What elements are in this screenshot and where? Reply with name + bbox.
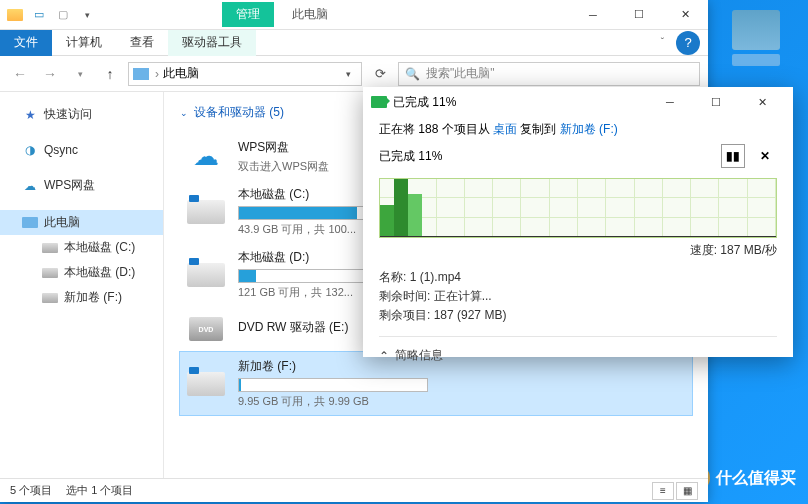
nav-history-dropdown[interactable]: ▾ [68,62,92,86]
drive-icon [42,266,58,280]
qat-properties-icon[interactable]: ▭ [28,4,50,26]
ribbon-tab-computer[interactable]: 计算机 [52,30,116,56]
refresh-button[interactable]: ⟳ [368,62,392,86]
copy-dialog: 已完成 11% ─ ☐ ✕ 正在将 188 个项目从 桌面 复制到 新加卷 (F… [363,87,793,357]
nav-back-button[interactable]: ← [8,62,32,86]
nav-up-button[interactable]: ↑ [98,62,122,86]
sidebar-item-thispc[interactable]: 此电脑 [0,210,163,235]
desktop-icon-label [732,54,780,66]
cancel-copy-button[interactable]: ✕ [753,144,777,168]
disk-icon [187,200,225,224]
status-selected-count: 选中 1 个项目 [66,483,133,498]
sidebar-item-qsync[interactable]: ◑Qsync [0,139,163,161]
titlebar[interactable]: ▭ ▢ ▾ 管理 此电脑 ─ ☐ ✕ [0,0,708,30]
dialog-minimize-button[interactable]: ─ [647,87,693,117]
search-placeholder: 搜索"此电脑" [426,65,495,82]
cloud-icon: ☁ [187,143,225,171]
copy-remaining-items: 剩余项目: 187 (927 MB) [379,307,777,324]
maximize-button[interactable]: ☐ [616,0,662,30]
copy-remaining-time: 剩余时间: 正在计算... [379,288,777,305]
drive-sub: 9.95 GB 可用，共 9.99 GB [238,394,688,409]
copy-description: 正在将 188 个项目从 桌面 复制到 新加卷 (F:) [379,121,777,138]
chevron-down-icon: ⌄ [180,108,188,118]
close-button[interactable]: ✕ [662,0,708,30]
toggle-details-button[interactable]: ⌃ 简略信息 [379,336,777,364]
status-item-count: 5 个项目 [10,483,52,498]
quick-access-toolbar: ▭ ▢ ▾ [0,4,102,26]
copy-filename: 名称: 1 (1).mp4 [379,269,777,286]
view-details-button[interactable]: ≡ [652,482,674,500]
breadcrumb-chevron-icon[interactable]: › [155,67,159,81]
address-label[interactable]: 此电脑 [163,65,199,82]
address-dropdown-icon[interactable]: ▾ [339,69,357,79]
cloud-icon: ☁ [22,179,38,193]
desktop-icon[interactable] [732,10,780,50]
capacity-bar [238,378,428,392]
pc-icon [22,216,38,230]
sidebar-item-wps[interactable]: ☁WPS网盘 [0,173,163,198]
search-input[interactable]: 🔍 搜索"此电脑" [398,62,700,86]
drive-icon [42,291,58,305]
ribbon-tab-view[interactable]: 查看 [116,30,168,56]
status-bar: 5 个项目 选中 1 个项目 ≡ ▦ [0,478,708,502]
view-icons-button[interactable]: ▦ [676,482,698,500]
disk-icon [187,372,225,396]
dialog-title: 已完成 11% [393,94,647,111]
qat-dropdown-icon[interactable]: ▾ [76,4,98,26]
progress-text: 已完成 11% [379,148,713,165]
speed-readout: 速度: 187 MB/秒 [379,242,777,259]
ribbon-tab-file[interactable]: 文件 [0,30,52,56]
sidebar-drive-c[interactable]: 本地磁盘 (C:) [0,235,163,260]
disk-icon [187,263,225,287]
source-link[interactable]: 桌面 [493,122,517,136]
contextual-tab-label: 管理 [222,2,274,27]
chevron-up-icon: ⌃ [379,349,389,363]
pause-button[interactable]: ▮▮ [721,144,745,168]
drive-icon [42,241,58,255]
ribbon-collapse-icon[interactable]: ˇ [661,37,664,48]
transfer-icon [371,96,387,108]
ribbon-tab-drivetools[interactable]: 驱动器工具 [168,30,256,56]
minimize-button[interactable]: ─ [570,0,616,30]
dvd-icon: DVD [189,317,223,341]
dialog-maximize-button[interactable]: ☐ [693,87,739,117]
sidebar-drive-d[interactable]: 本地磁盘 (D:) [0,260,163,285]
watermark-text: 什么值得买 [716,468,796,489]
app-icon [4,4,26,26]
sidebar-drive-f[interactable]: 新加卷 (F:) [0,285,163,310]
ribbon-tabs: 文件 计算机 查看 驱动器工具 ˇ ? [0,30,708,56]
address-bar[interactable]: › 此电脑 ▾ [128,62,362,86]
dialog-close-button[interactable]: ✕ [739,87,785,117]
star-icon: ★ [22,108,38,122]
pc-icon [133,68,149,80]
speed-chart [379,178,777,238]
qat-newfolder-icon[interactable]: ▢ [52,4,74,26]
help-button[interactable]: ? [676,31,700,55]
navigation-pane: ★快速访问 ◑Qsync ☁WPS网盘 此电脑 本地磁盘 (C:) 本地磁盘 (… [0,92,164,478]
nav-forward-button: → [38,62,62,86]
qsync-icon: ◑ [22,143,38,157]
window-title: 此电脑 [292,6,328,23]
search-icon: 🔍 [405,67,420,81]
dest-link[interactable]: 新加卷 (F:) [560,122,618,136]
sidebar-item-quickaccess[interactable]: ★快速访问 [0,102,163,127]
dialog-titlebar[interactable]: 已完成 11% ─ ☐ ✕ [363,87,793,117]
